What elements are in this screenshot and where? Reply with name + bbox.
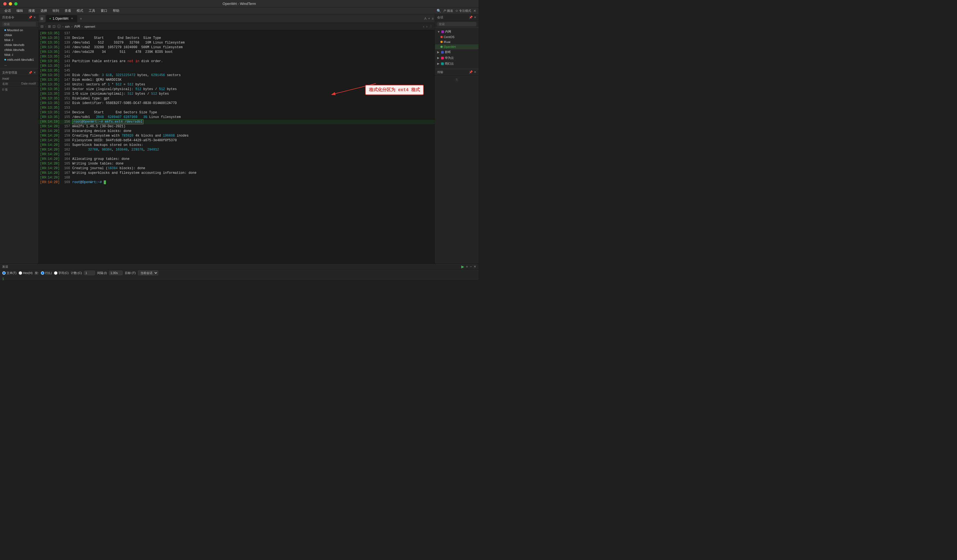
maximize-button[interactable] (14, 2, 17, 5)
channel-menu[interactable]: 户 频道 (443, 9, 453, 13)
menu-window[interactable]: 窗口 (98, 8, 109, 14)
line-num: 141 (62, 50, 70, 54)
radio-line-input[interactable] (41, 271, 44, 275)
toolbar-icon-1[interactable]: ⊟ (41, 24, 44, 28)
run-icon[interactable]: ▶ (461, 264, 464, 269)
radio-text[interactable]: 文本(T) (2, 271, 16, 275)
history-search-input[interactable] (2, 22, 36, 26)
close-history-icon[interactable]: ✕ (33, 16, 36, 19)
list-item[interactable]: cfdisk /dev/sdb (0, 43, 38, 47)
radio-text-input[interactable] (2, 271, 6, 275)
radio-hex[interactable]: Hex(H) (19, 271, 33, 275)
term-line: [09:14:20] 168 (38, 175, 435, 180)
close-input-icon[interactable]: ✕ (474, 265, 476, 268)
tab-icon: ⊞ (41, 17, 43, 21)
list-item[interactable]: cfdisk /dev/sdb (0, 47, 38, 52)
sidebar-item-ikuai[interactable]: iKuai (435, 39, 478, 44)
history-item-label: Mounted on (7, 28, 23, 32)
pin-icon[interactable]: 📌 (469, 70, 473, 74)
sidebar-item-centos[interactable]: CentOS (435, 35, 478, 39)
menu-edit[interactable]: 编辑 (14, 8, 25, 14)
sidebar-item-huawei[interactable]: ▶ 华为云 (435, 55, 478, 61)
session-title: 会话 (437, 15, 443, 19)
radio-char-input[interactable] (54, 271, 57, 275)
menu-select[interactable]: 选择 (38, 8, 49, 14)
tab-right-a[interactable]: A (424, 17, 426, 21)
interval-input[interactable] (109, 271, 123, 275)
tree-group-intranet[interactable]: ▼ 内网 (435, 29, 478, 35)
minimize-button[interactable] (9, 2, 12, 5)
menu-mode[interactable]: 模式 (74, 8, 85, 14)
line-content: mke2fs 1.46.5 (30-Dec-2021) (72, 124, 125, 129)
close-icon[interactable]: ✕ (473, 9, 476, 13)
toolbar-icon-2[interactable]: ⊞ (48, 24, 51, 28)
line-num: 166 (62, 166, 70, 171)
line-num: 137 (62, 31, 70, 36)
pin-icon[interactable]: 📌 (28, 71, 32, 74)
list-item[interactable]: fdisk -l (0, 52, 38, 57)
menu-help[interactable]: 帮助 (111, 8, 122, 14)
toolbar-info-icon[interactable]: ⓘ (57, 24, 61, 29)
tab-add-button[interactable]: + (78, 16, 84, 21)
line-time: [09:14:20] (40, 161, 62, 166)
toolbar-arrow-left[interactable]: ‹ (423, 25, 424, 28)
terminal-toolbar: ⊟ › ⊞ ⊡ ⓘ • ssh • 内网 • openwrt ‹ › ⋮ (38, 23, 435, 30)
server-centos: CentOS (444, 35, 455, 39)
menu-tools[interactable]: 工具 (87, 8, 98, 14)
toolbar-more[interactable]: ⋮ (430, 25, 433, 28)
toolbar-arrow-right[interactable]: › (426, 25, 427, 28)
line-num: 160 (62, 138, 70, 143)
line-num: 142 (62, 54, 70, 59)
session-search-input[interactable] (437, 22, 476, 26)
active-dot (5, 59, 6, 60)
focus-mode[interactable]: ☆ 专注模式 (455, 9, 471, 13)
search-icon[interactable]: 🔍 (437, 9, 441, 13)
list-item[interactable]: ... (0, 62, 38, 67)
line-content: root@OpenWrt:~# mkfs.ext4 /dev/sdb1 (72, 120, 144, 124)
input-content[interactable]: 1 2 (0, 276, 478, 280)
sidebar-item-menghuan[interactable]: ▶ 萌幻云 (435, 61, 478, 66)
tab-right-menu[interactable]: ≡ (432, 17, 434, 21)
line-time: [09:13:35] (40, 50, 62, 54)
tab-item[interactable]: ⊞ (39, 15, 45, 22)
history-header: 历史命令 📌 ✕ (0, 14, 38, 21)
close-file-manager-icon[interactable]: ✕ (33, 71, 36, 74)
toolbar-right: ‹ › ⋮ (423, 25, 433, 28)
list-item[interactable]: cfdisk (0, 33, 38, 38)
toolbar-ssh: ssh (65, 25, 70, 28)
terminal-area: ⊞ ● 1.OpenWrt ✕ + A + ≡ ⊟ › ⊞ ⊡ ⓘ • ssh … (38, 14, 435, 263)
line-time: [09:14:20] (40, 180, 62, 185)
pin-icon[interactable]: 📌 (469, 16, 473, 19)
add-icon[interactable]: + (466, 264, 468, 269)
close-session-icon[interactable]: ✕ (474, 16, 476, 19)
menu-session[interactable]: 会话 (2, 8, 13, 14)
sidebar-item-openwrt[interactable]: OpenWrt (435, 44, 478, 49)
sidebar-item-qunhui[interactable]: ▶ 群晖 (435, 49, 478, 55)
radio-line[interactable]: 行(L) (41, 271, 52, 275)
line-time: [09:13:35] (40, 59, 62, 64)
intranet-label: 内网 (445, 30, 451, 34)
list-item[interactable]: Mounted on (0, 28, 38, 33)
menu-search[interactable]: 搜索 (26, 8, 37, 14)
minus-icon[interactable]: − (470, 264, 472, 269)
count-input[interactable] (84, 271, 95, 275)
line-num: 152 (62, 101, 70, 106)
radio-char[interactable]: 字符(C) (54, 271, 68, 275)
pin-icon[interactable]: 📌 (28, 16, 32, 19)
list-item[interactable]: mkfs.ext4 /dev/sdb1 (0, 57, 38, 62)
tab-right-plus[interactable]: + (428, 17, 430, 21)
target-select[interactable]: 当前会话 (138, 270, 158, 275)
line-time: [09:14:19] (40, 120, 62, 124)
tab-close-icon[interactable]: ✕ (70, 17, 74, 21)
toolbar-icon-3[interactable]: ⊡ (52, 24, 55, 28)
radio-hex-input[interactable] (19, 271, 22, 275)
line-num: 138 (62, 36, 70, 41)
tab-openwrt[interactable]: ● 1.OpenWrt ✕ (46, 15, 77, 22)
menu-goto[interactable]: 转到 (51, 8, 61, 14)
close-button[interactable] (3, 2, 6, 5)
close-transfer-icon[interactable]: ✕ (474, 70, 476, 74)
terminal-content[interactable]: [09:13:35] 137 [09:13:35] 138 Device Sta… (38, 30, 435, 263)
menu-view[interactable]: 查看 (62, 8, 73, 14)
list-item[interactable]: fdisk -l (0, 38, 38, 43)
history-item-label: mkfs.ext4 /dev/sdb1 (7, 58, 34, 61)
